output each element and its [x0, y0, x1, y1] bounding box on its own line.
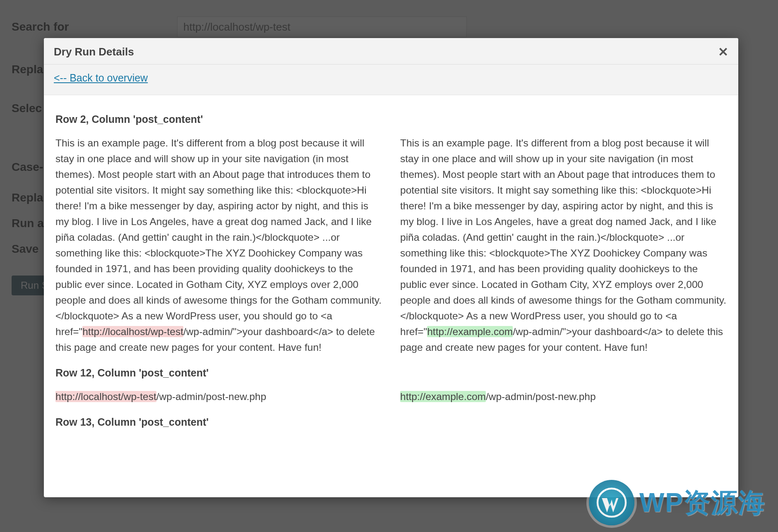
new-content-column: http://example.com/wp-admin/post-new.php	[400, 389, 727, 405]
section-title: Row 2, Column 'post_content'	[55, 113, 727, 125]
watermark-text: WP资源海	[639, 485, 766, 521]
watermark: WP资源海	[589, 480, 766, 525]
back-to-overview-link[interactable]: <-- Back to overview	[54, 72, 148, 84]
close-icon[interactable]: ✕	[718, 46, 728, 58]
wp-logo-icon	[589, 480, 634, 525]
old-content-column: This is an example page. It's different …	[55, 135, 382, 355]
modal-header: Dry Run Details ✕	[44, 38, 738, 65]
dry-run-details-modal: Dry Run Details ✕ <-- Back to overview R…	[44, 38, 738, 497]
diff-row: http://localhost/wp-test/wp-admin/post-n…	[55, 389, 727, 405]
modal-title: Dry Run Details	[54, 46, 134, 58]
new-value-highlight: http://example.com	[400, 391, 486, 402]
diff-row: This is an example page. It's different …	[55, 135, 727, 355]
old-content-column: http://localhost/wp-test/wp-admin/post-n…	[55, 389, 382, 405]
new-value-highlight: http://example.com	[427, 326, 513, 337]
old-value-highlight: http://localhost/wp-test	[82, 326, 183, 337]
old-value-highlight: http://localhost/wp-test	[55, 391, 156, 402]
new-content-column: This is an example page. It's different …	[400, 135, 727, 355]
modal-body: Row 2, Column 'post_content' This is an …	[44, 95, 738, 497]
section-title: Row 13, Column 'post_content'	[55, 416, 727, 428]
section-title: Row 12, Column 'post_content'	[55, 367, 727, 379]
